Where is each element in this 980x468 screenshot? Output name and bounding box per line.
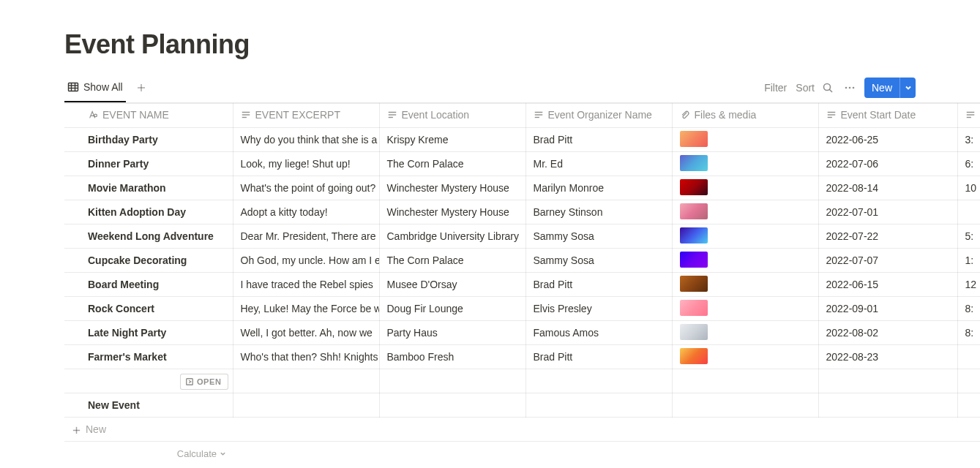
table-row[interactable]: Farmer's MarketWho's that then? Shh! Kni… [64,345,980,369]
cell-start-date[interactable]: 2022-08-23 [818,345,957,369]
cell-event-excerpt[interactable]: Why do you think that she is a [233,128,379,152]
cell-event-organizer[interactable]: Brad Pitt [525,345,672,369]
column-header[interactable]: Event Organizer Name [525,104,672,128]
cell-start-time[interactable] [957,345,980,369]
new-button-dropdown[interactable] [899,78,916,98]
cell-files-media[interactable] [672,273,818,297]
table-row[interactable]: Board MeetingI have traced the Rebel spi… [64,273,980,297]
search-button[interactable] [819,79,837,97]
column-header[interactable]: Event Start Date [818,104,957,128]
media-thumbnail[interactable] [680,324,708,340]
cell-event-excerpt[interactable]: Dear Mr. President, There are [233,224,379,249]
cell-event-excerpt[interactable]: What's the point of going out? [233,176,379,200]
cell-event-organizer[interactable]: Sammy Sosa [525,249,672,273]
open-row-button[interactable]: OPEN [180,374,228,390]
cell-files-media[interactable] [672,321,818,345]
cell-event-name[interactable]: Dinner Party [64,152,233,176]
table-row[interactable]: Late Night PartyWell, I got better. Ah, … [64,321,980,345]
cell[interactable] [818,369,957,393]
table-row[interactable]: Birthday PartyWhy do you think that she … [64,128,980,152]
cell-start-time[interactable]: 6: [957,152,980,176]
cell-event-location[interactable]: The Corn Palace [379,152,525,176]
cell-start-date[interactable]: 2022-08-14 [818,176,957,200]
cell-event-name[interactable]: Farmer's Market [64,345,233,369]
cell-start-time[interactable]: 3: [957,128,980,152]
cell[interactable] [957,369,980,393]
cell-event-name[interactable]: Rock Concert [64,297,233,321]
cell-event-name[interactable]: OPEN [64,369,233,393]
cell-files-media[interactable] [672,128,818,152]
media-thumbnail[interactable] [680,131,708,147]
cell-start-date[interactable]: 2022-07-07 [818,249,957,273]
cell-start-time[interactable]: 12 [957,273,980,297]
cell-event-location[interactable]: Musee D'Orsay [379,273,525,297]
cell-event-location[interactable]: Cambridge University Library [379,224,525,249]
cell-start-time[interactable]: 10 [957,176,980,200]
new-button[interactable]: New [864,78,916,98]
media-thumbnail[interactable] [680,300,708,316]
table-row[interactable]: Rock ConcertHey, Luke! May the Force be … [64,297,980,321]
page-title[interactable]: Event Planning [64,29,980,60]
sort-button[interactable]: Sort [796,79,815,97]
calculate-button[interactable]: Calculate [64,442,232,465]
cell[interactable] [525,393,672,418]
cell-files-media[interactable] [672,249,818,273]
add-view-button[interactable] [133,80,149,96]
cell-event-excerpt[interactable]: Adopt a kitty today! [233,200,379,224]
cell[interactable] [379,393,525,418]
cell-event-excerpt[interactable]: Look, my liege! Shut up! [233,152,379,176]
cell-files-media[interactable] [672,200,818,224]
table-row-new-event[interactable]: New Event [64,393,980,418]
cell[interactable] [233,393,379,418]
empty-row-hovered[interactable]: OPEN [64,369,980,393]
cell-start-date[interactable]: 2022-07-06 [818,152,957,176]
cell-event-location[interactable]: Party Haus [379,321,525,345]
cell-start-time[interactable]: 5: [957,224,980,249]
cell[interactable] [672,369,818,393]
cell-event-location[interactable]: Krispy Kreme [379,128,525,152]
cell-event-excerpt[interactable]: Hey, Luke! May the Force be w [233,297,379,321]
column-header[interactable]: Event Location [379,104,525,128]
cell-event-location[interactable]: Winchester Mystery House [379,176,525,200]
column-header[interactable]: EVENT EXCERPT [233,104,379,128]
cell-event-excerpt[interactable]: Oh God, my uncle. How am I e [233,249,379,273]
cell-event-organizer[interactable]: Mr. Ed [525,152,672,176]
cell-start-time[interactable]: 8: [957,321,980,345]
cell-files-media[interactable] [672,224,818,249]
cell-event-excerpt[interactable]: I have traced the Rebel spies [233,273,379,297]
media-thumbnail[interactable] [680,155,708,171]
cell-files-media[interactable] [672,152,818,176]
add-new-row[interactable]: New [64,418,980,442]
cell-start-date[interactable]: 2022-09-01 [818,297,957,321]
add-new-cell[interactable]: New [64,418,980,442]
more-options-button[interactable] [841,79,859,97]
cell-event-organizer[interactable]: Marilyn Monroe [525,176,672,200]
table-row[interactable]: Movie MarathonWhat's the point of going … [64,176,980,200]
cell-start-date[interactable]: 2022-07-22 [818,224,957,249]
cell-event-location[interactable]: The Corn Palace [379,249,525,273]
cell-files-media[interactable] [672,345,818,369]
cell-files-media[interactable] [672,297,818,321]
cell-event-name[interactable]: Weekend Long Adventure [64,224,233,249]
column-header[interactable]: Files & media [672,104,818,128]
cell-start-time[interactable]: 8: [957,297,980,321]
cell-event-organizer[interactable]: Sammy Sosa [525,224,672,249]
cell-files-media[interactable] [672,176,818,200]
cell-event-excerpt[interactable]: Who's that then? Shh! Knights [233,345,379,369]
cell-event-organizer[interactable]: Famous Amos [525,321,672,345]
media-thumbnail[interactable] [680,252,708,268]
cell-start-date[interactable]: 2022-07-01 [818,200,957,224]
cell-event-name[interactable]: Kitten Adoption Day [64,200,233,224]
cell-event-name[interactable]: Cupcake Decorating [64,249,233,273]
cell[interactable] [233,369,379,393]
cell-start-date[interactable]: 2022-06-15 [818,273,957,297]
table-row[interactable]: Kitten Adoption DayAdopt a kitty today!W… [64,200,980,224]
view-tab-show-all[interactable]: Show All [64,73,126,102]
cell-event-location[interactable]: Doug Fir Lounge [379,297,525,321]
column-header[interactable]: EVENT NAME [64,104,233,128]
media-thumbnail[interactable] [680,179,708,195]
cell-event-name[interactable]: Late Night Party [64,321,233,345]
cell[interactable] [957,393,980,418]
media-thumbnail[interactable] [680,276,708,292]
cell-start-time[interactable]: 1: [957,249,980,273]
